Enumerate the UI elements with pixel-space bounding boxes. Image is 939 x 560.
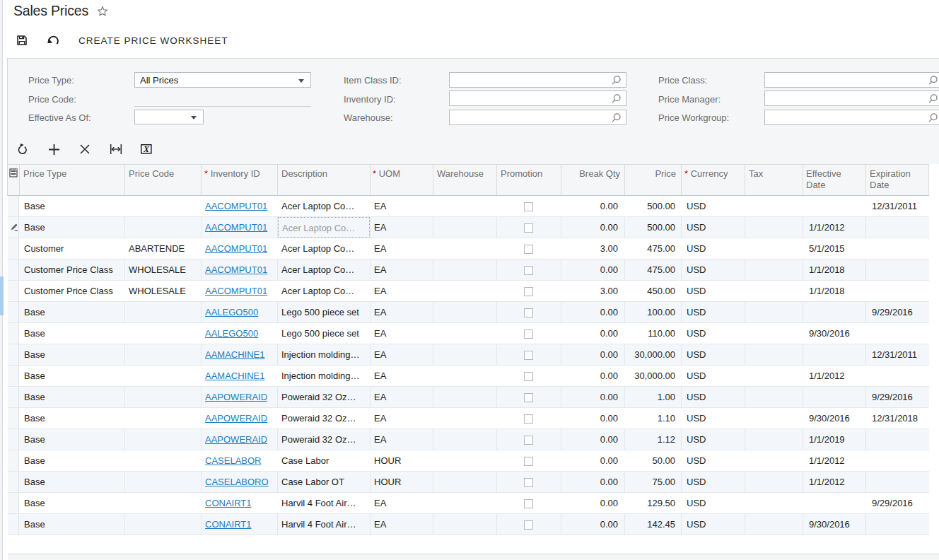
svg-text:X: X	[143, 144, 150, 154]
